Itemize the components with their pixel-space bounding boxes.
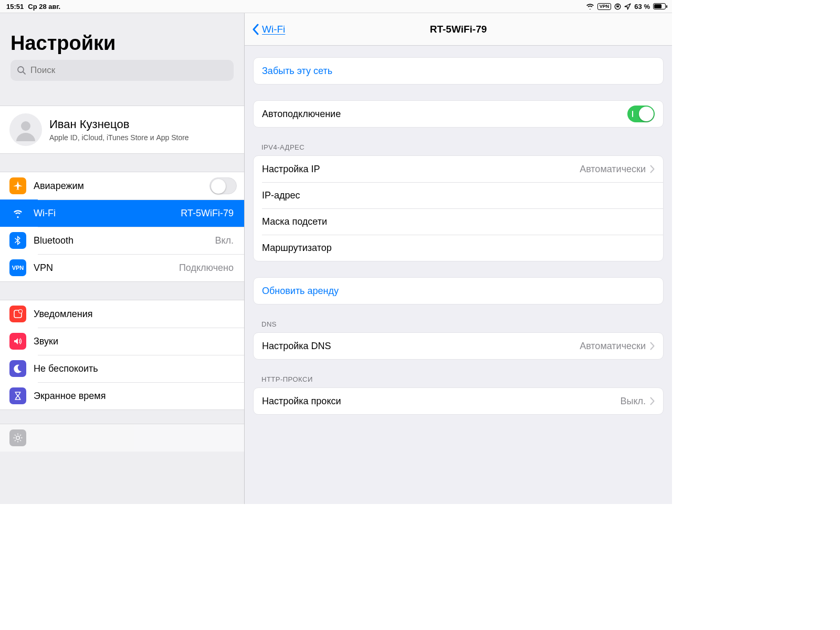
svg-point-7 <box>19 310 22 313</box>
status-time: 15:51 <box>6 3 24 10</box>
svg-point-4 <box>21 121 30 131</box>
sidebar-item-label: Авиарежим <box>34 181 209 192</box>
notifications-icon <box>9 306 26 322</box>
sidebar-item-general[interactable]: x <box>0 424 244 452</box>
vpn-status-icon: VPN <box>597 3 612 10</box>
renew-lease-button[interactable]: Обновить аренду <box>254 278 663 304</box>
settings-sidebar: Настройки Иван Кузнецов Apple ID, iCloud… <box>0 13 245 504</box>
svg-line-15 <box>15 440 16 441</box>
ip-address-row: IP-адрес <box>254 182 663 208</box>
wifi-icon <box>9 205 26 222</box>
status-date: Ср 28 авг. <box>28 3 60 10</box>
row-label: Забыть эту сеть <box>262 66 655 77</box>
battery-icon <box>653 3 666 9</box>
search-input[interactable] <box>30 65 227 76</box>
auto-join-toggle[interactable] <box>627 106 655 122</box>
row-label: Обновить аренду <box>262 286 655 297</box>
svg-line-13 <box>15 435 16 436</box>
sidebar-item-label: Bluetooth <box>34 235 215 246</box>
sidebar-item-bluetooth[interactable]: Bluetooth Вкл. <box>0 227 244 254</box>
user-subtitle: Apple ID, iCloud, iTunes Store и App Sto… <box>49 133 189 142</box>
sidebar-item-airplane[interactable]: Авиарежим <box>0 172 244 200</box>
bluetooth-icon <box>9 232 26 249</box>
sidebar-item-value: Вкл. <box>215 235 234 246</box>
sidebar-item-label: Не беспокоить <box>34 363 237 374</box>
sidebar-item-notifications[interactable]: Уведомления <box>0 300 244 328</box>
search-icon <box>17 66 26 75</box>
svg-line-16 <box>20 435 21 436</box>
chevron-right-icon <box>650 165 655 173</box>
airplane-toggle[interactable] <box>209 177 237 194</box>
configure-dns-row[interactable]: Настройка DNS Автоматически <box>254 333 663 359</box>
row-label: Настройка IP <box>262 164 580 175</box>
svg-line-3 <box>23 72 25 74</box>
sidebar-item-value: RT-5WiFi-79 <box>181 208 234 219</box>
router-row: Маршрутизатор <box>254 235 663 261</box>
page-title: RT-5WiFi-79 <box>430 24 487 35</box>
svg-line-14 <box>20 440 21 441</box>
chevron-right-icon <box>650 342 655 350</box>
sidebar-item-dnd[interactable]: Не беспокоить <box>0 355 244 382</box>
back-button[interactable]: Wi-Fi <box>252 24 285 35</box>
sidebar-item-value: Подключено <box>179 262 234 274</box>
sidebar-title: Настройки <box>10 32 234 55</box>
sidebar-item-screentime[interactable]: Экранное время <box>0 382 244 410</box>
auto-join-row: Автоподключение <box>254 101 663 127</box>
sidebar-item-label: Звуки <box>34 336 237 347</box>
row-label: Автоподключение <box>262 109 627 120</box>
moon-icon <box>9 360 26 377</box>
orientation-lock-icon <box>614 3 621 10</box>
sidebar-item-label: Экранное время <box>34 391 237 402</box>
detail-pane: Wi-Fi RT-5WiFi-79 Забыть эту сеть <box>245 13 672 504</box>
section-header-dns: DNS <box>253 320 664 332</box>
sidebar-item-label: VPN <box>34 262 179 274</box>
sounds-icon <box>9 333 26 350</box>
hourglass-icon <box>9 387 26 404</box>
forget-network-button[interactable]: Забыть эту сеть <box>254 58 663 84</box>
user-name: Иван Кузнецов <box>49 118 189 131</box>
svg-point-2 <box>18 67 24 72</box>
avatar <box>9 113 42 146</box>
svg-rect-1 <box>617 5 620 7</box>
sidebar-item-label: Wi-Fi <box>34 208 181 219</box>
row-value: Автоматически <box>580 341 646 352</box>
sidebar-item-wifi[interactable]: Wi-Fi RT-5WiFi-79 <box>0 200 244 227</box>
row-label: Маршрутизатор <box>262 243 655 254</box>
svg-point-8 <box>16 436 20 440</box>
chevron-right-icon <box>650 397 655 405</box>
subnet-mask-row: Маска подсети <box>254 208 663 235</box>
search-field[interactable] <box>10 60 234 81</box>
status-bar: 15:51 Ср 28 авг. VPN 63 % <box>0 0 672 13</box>
airplane-icon <box>9 177 26 194</box>
sidebar-item-sounds[interactable]: Звуки <box>0 328 244 355</box>
nav-bar: Wi-Fi RT-5WiFi-79 <box>245 13 672 46</box>
row-label: Настройка DNS <box>262 341 580 352</box>
configure-ip-row[interactable]: Настройка IP Автоматически <box>254 156 663 182</box>
section-header-ipv4: IPV4-АДРЕС <box>253 143 664 155</box>
sidebar-item-vpn[interactable]: VPN VPN Подключено <box>0 254 244 281</box>
chevron-left-icon <box>252 24 259 35</box>
row-label: Маска подсети <box>262 216 655 227</box>
row-value: Автоматически <box>580 164 646 175</box>
row-label: Настройка прокси <box>262 396 620 407</box>
section-header-proxy: HTTP-ПРОКСИ <box>253 375 664 387</box>
battery-percent: 63 % <box>634 3 650 10</box>
vpn-icon: VPN <box>9 259 26 276</box>
row-value: Выкл. <box>620 396 646 407</box>
apple-id-row[interactable]: Иван Кузнецов Apple ID, iCloud, iTunes S… <box>0 106 244 153</box>
gear-icon <box>9 429 26 446</box>
wifi-icon <box>586 3 594 9</box>
row-label: IP-адрес <box>262 190 655 201</box>
configure-proxy-row[interactable]: Настройка прокси Выкл. <box>254 388 663 414</box>
location-icon <box>624 3 631 10</box>
back-label: Wi-Fi <box>262 24 285 35</box>
sidebar-item-label: Уведомления <box>34 309 237 320</box>
